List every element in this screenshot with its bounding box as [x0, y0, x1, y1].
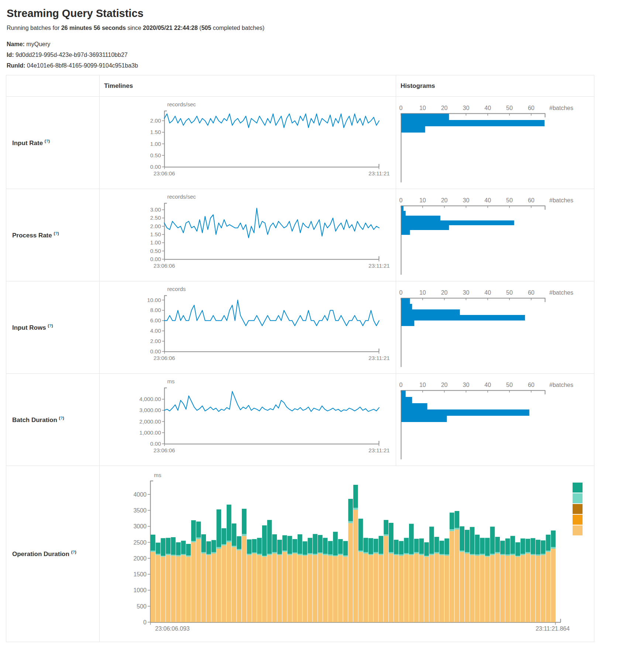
svg-text:50: 50 [506, 197, 513, 203]
svg-text:10: 10 [419, 197, 426, 203]
svg-text:30: 30 [463, 197, 469, 203]
svg-text:4000: 4000 [133, 491, 147, 498]
query-id-value: 9d0dd219-995d-423e-b97d-36931110bb27 [16, 52, 128, 58]
svg-text:40: 40 [484, 289, 491, 296]
svg-text:40: 40 [484, 197, 491, 203]
process-rate-label: Process Rate [12, 232, 52, 239]
svg-text:20: 20 [441, 105, 448, 111]
svg-text:20: 20 [441, 197, 448, 203]
input-rows-label-cell: Input Rows (?) [6, 281, 100, 374]
input-rate-label: Input Rate [12, 139, 43, 146]
process-rate-help-icon[interactable]: (?) [54, 231, 59, 236]
legend-swatch[interactable] [573, 493, 583, 503]
query-id-line: Id: 9d0dd219-995d-423e-b97d-36931110bb27 [7, 52, 625, 58]
batch-duration-row: Batch Duration (?) ms4,000.003,000.002,0… [6, 374, 594, 466]
input-rate-timeline-chart: records/sec2.001.501.000.500.0023:06:062… [100, 97, 395, 189]
svg-text:1.50: 1.50 [150, 231, 161, 237]
svg-text:0.00: 0.00 [150, 164, 161, 170]
svg-text:2.00: 2.00 [150, 223, 161, 229]
svg-text:3000: 3000 [133, 523, 147, 529]
svg-text:3500: 3500 [133, 507, 147, 514]
svg-text:60: 60 [528, 289, 535, 296]
legend-swatch[interactable] [573, 515, 583, 525]
input-rate-label-cell: Input Rate (?) [6, 97, 100, 189]
svg-text:23:11:21.864: 23:11:21.864 [536, 625, 570, 632]
svg-text:0: 0 [399, 382, 403, 388]
svg-text:1000: 1000 [133, 587, 147, 593]
svg-text:500: 500 [137, 603, 147, 610]
input-rows-timeline-cell: records10.008.006.004.002.000.0023:06:06… [100, 281, 396, 374]
operation-duration-row: Operation Duration (?) ms400035003000250… [6, 466, 594, 642]
batch-duration-help-icon[interactable]: (?) [59, 416, 64, 420]
streaming-query-statistics-page: { "page": { "title": "Streaming Query St… [0, 0, 625, 672]
timelines-column-header: Timelines [100, 75, 396, 97]
batch-duration-label-cell: Batch Duration (?) [6, 374, 100, 466]
svg-text:23:06:06: 23:06:06 [154, 263, 175, 269]
operation-duration-stacked-chart: ms4000350030002500200015001000500023:06:… [100, 466, 594, 642]
operation-duration-help-icon[interactable]: (?) [71, 550, 76, 554]
svg-text:10: 10 [419, 382, 426, 388]
query-runid-label: RunId: [7, 62, 25, 69]
batch-duration-timeline-cell: ms4,000.003,000.002,000.001,000.000.0023… [100, 374, 396, 466]
svg-text:#batches: #batches [549, 289, 573, 296]
svg-text:2.00: 2.00 [150, 338, 161, 344]
svg-text:23:06:06: 23:06:06 [154, 447, 175, 453]
histograms-column-header: Histograms [396, 75, 594, 97]
input-rows-row: Input Rows (?) records10.008.006.004.002… [6, 281, 594, 374]
legend-swatch[interactable] [573, 483, 583, 493]
svg-text:23:06:06.093: 23:06:06.093 [155, 625, 190, 632]
svg-text:0.00: 0.00 [150, 348, 161, 354]
input-rows-label: Input Rows [12, 324, 46, 331]
svg-text:0: 0 [399, 197, 403, 203]
input-rows-help-icon[interactable]: (?) [48, 323, 53, 328]
svg-text:23:06:06: 23:06:06 [154, 355, 175, 361]
svg-text:2500: 2500 [133, 539, 147, 546]
summary-text: ( [198, 25, 202, 31]
legend-swatch[interactable] [573, 504, 583, 514]
input-rows-histogram-cell: 0102030405060#batches [396, 281, 594, 374]
process-rate-label-cell: Process Rate (?) [6, 189, 100, 281]
input-rows-timeline-chart: records10.008.006.004.002.000.0023:06:06… [100, 281, 395, 373]
process-rate-timeline-chart: records/sec3.002.502.001.501.000.500.002… [100, 189, 395, 281]
operation-duration-label-cell: Operation Duration (?) [6, 466, 100, 642]
completed-batch-count: 505 [201, 25, 211, 31]
svg-text:1.00: 1.00 [150, 141, 161, 147]
summary-text: completed batches) [211, 25, 264, 31]
svg-text:50: 50 [506, 382, 513, 388]
query-name-value: myQuery [26, 41, 50, 47]
input-rate-help-icon[interactable]: (?) [45, 139, 50, 143]
batch-duration-histogram-chart: 0102030405060#batches [396, 374, 593, 466]
svg-text:3.00: 3.00 [150, 206, 161, 213]
svg-text:1,000.00: 1,000.00 [140, 429, 161, 436]
svg-text:10: 10 [419, 105, 426, 111]
svg-text:1.50: 1.50 [150, 129, 161, 135]
empty-header-cell [6, 75, 100, 97]
svg-text:#batches: #batches [549, 105, 573, 111]
svg-text:0.00: 0.00 [150, 440, 161, 447]
svg-text:records/sec: records/sec [167, 193, 196, 200]
svg-text:0.00: 0.00 [150, 256, 161, 262]
svg-text:1500: 1500 [133, 571, 147, 577]
input-rate-row: Input Rate (?) records/sec2.001.501.000.… [6, 97, 594, 189]
svg-text:60: 60 [528, 382, 535, 388]
batch-duration-histogram-cell: 0102030405060#batches [396, 374, 594, 466]
svg-text:#batches: #batches [549, 382, 573, 388]
svg-text:30: 30 [463, 382, 469, 388]
batch-duration-label: Batch Duration [12, 416, 57, 423]
process-rate-timeline-cell: records/sec3.002.502.001.501.000.500.002… [100, 189, 396, 281]
svg-text:2,000.00: 2,000.00 [140, 418, 161, 425]
svg-text:2.00: 2.00 [150, 117, 161, 124]
svg-text:10: 10 [419, 289, 426, 296]
summary-text: Running batches for [7, 25, 61, 31]
summary-text: since [126, 25, 143, 31]
svg-text:1.00: 1.00 [150, 239, 161, 246]
svg-text:10.00: 10.00 [147, 297, 161, 303]
legend-swatch[interactable] [573, 525, 583, 535]
svg-text:ms: ms [154, 472, 161, 478]
running-batches-summary: Running batches for 26 minutes 56 second… [7, 25, 625, 31]
query-name-line: Name: myQuery [7, 41, 625, 48]
svg-text:0.50: 0.50 [150, 248, 161, 254]
operation-duration-chart-cell: ms4000350030002500200015001000500023:06:… [100, 466, 594, 642]
process-rate-row: Process Rate (?) records/sec3.002.502.00… [6, 189, 594, 281]
svg-text:20: 20 [441, 382, 448, 388]
